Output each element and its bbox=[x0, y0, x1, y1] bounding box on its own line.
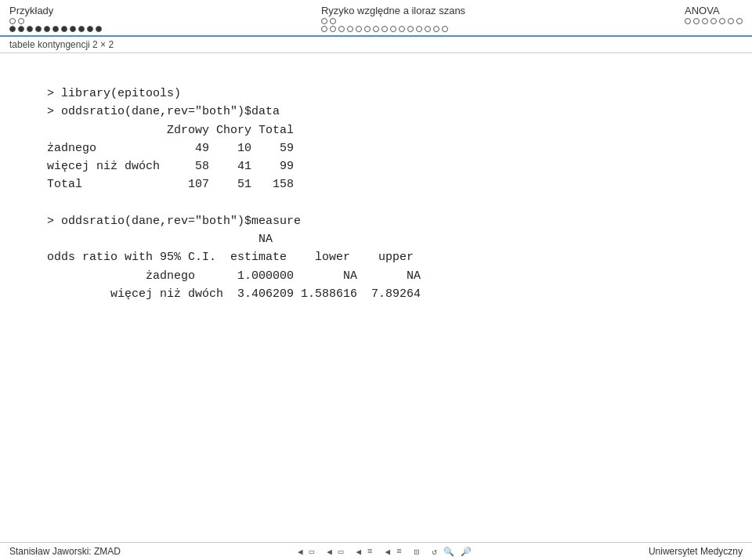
header: Przykłady Ryzyko względne a iloraz szans bbox=[0, 0, 752, 37]
header-right-dots-row1 bbox=[685, 18, 743, 24]
header-right: ANOVA bbox=[685, 5, 743, 24]
dot bbox=[52, 26, 59, 32]
dot bbox=[381, 26, 388, 32]
nav-prev2-icon[interactable]: ◀ bbox=[327, 547, 332, 557]
dot bbox=[338, 26, 345, 32]
breadcrumb: tabele kontyngencji 2 × 2 bbox=[0, 37, 752, 53]
dot bbox=[96, 26, 102, 32]
dot bbox=[347, 26, 353, 32]
header-center-title: Ryzyko względne a iloraz szans bbox=[321, 5, 465, 16]
dot bbox=[87, 26, 93, 32]
nav-search2-icon[interactable]: 🔎 bbox=[461, 547, 472, 557]
dot bbox=[399, 26, 405, 32]
dot bbox=[61, 26, 67, 32]
dot bbox=[27, 26, 33, 32]
dot bbox=[710, 18, 717, 24]
dot bbox=[356, 26, 362, 32]
dot bbox=[425, 26, 431, 32]
nav-frame-icon[interactable]: ▭ bbox=[309, 547, 315, 557]
dot bbox=[407, 26, 414, 32]
main-content: > library(epitools) > oddsratio(dane,rev… bbox=[0, 53, 752, 319]
header-left: Przykłady bbox=[9, 5, 102, 32]
footer-university: Uniwersytet Medyczny bbox=[649, 546, 743, 557]
dot bbox=[719, 18, 725, 24]
dot bbox=[442, 26, 448, 32]
nav-prev-icon[interactable]: ◀ bbox=[298, 547, 303, 557]
nav-align-icon[interactable]: ⊡ bbox=[414, 547, 420, 557]
dot bbox=[18, 26, 24, 32]
dot bbox=[330, 26, 336, 32]
header-center: Ryzyko względne a iloraz szans bbox=[321, 5, 465, 32]
dot bbox=[416, 26, 422, 32]
dot bbox=[70, 26, 76, 32]
dot bbox=[44, 26, 50, 32]
dot bbox=[728, 18, 734, 24]
dot bbox=[18, 18, 24, 24]
dot bbox=[321, 26, 327, 32]
dot bbox=[35, 26, 42, 32]
dot bbox=[373, 26, 379, 32]
header-left-dots-row2 bbox=[9, 26, 102, 32]
nav-frame2-icon[interactable]: ▭ bbox=[338, 547, 344, 557]
dot bbox=[736, 18, 743, 24]
nav-equiv2-icon[interactable]: ≡ bbox=[396, 547, 402, 556]
code-output: > library(epitools) > oddsratio(dane,rev… bbox=[47, 85, 705, 303]
dot bbox=[9, 18, 16, 24]
footer-navigation[interactable]: ◀ ▭ ◀ ▭ ◀ ≡ ◀ ≡ ⊡ ↺ 🔍 🔎 bbox=[298, 547, 472, 557]
dot bbox=[390, 26, 396, 32]
dot bbox=[9, 26, 16, 32]
dot bbox=[693, 18, 700, 24]
footer-author: Stanisław Jaworski: ZMAD bbox=[9, 546, 121, 557]
dot bbox=[330, 18, 336, 24]
nav-undo-icon[interactable]: ↺ bbox=[432, 547, 437, 557]
nav-search1-icon[interactable]: 🔍 bbox=[443, 547, 454, 557]
header-center-dots-row1 bbox=[321, 18, 336, 24]
dot bbox=[78, 26, 85, 32]
header-center-dots-row2 bbox=[321, 26, 448, 32]
footer: Stanisław Jaworski: ZMAD ◀ ▭ ◀ ▭ ◀ ≡ ◀ ≡… bbox=[0, 542, 752, 560]
dot bbox=[685, 18, 691, 24]
header-right-title: ANOVA bbox=[685, 5, 720, 16]
nav-left2-icon[interactable]: ◀ bbox=[385, 547, 391, 557]
dot bbox=[364, 26, 371, 32]
nav-equiv-icon[interactable]: ≡ bbox=[367, 547, 373, 556]
header-left-title: Przykłady bbox=[9, 5, 53, 16]
dot bbox=[702, 18, 708, 24]
dot bbox=[433, 26, 439, 32]
dot bbox=[321, 18, 327, 24]
nav-left-icon[interactable]: ◀ bbox=[356, 547, 361, 557]
header-left-dots-row1 bbox=[9, 18, 24, 24]
